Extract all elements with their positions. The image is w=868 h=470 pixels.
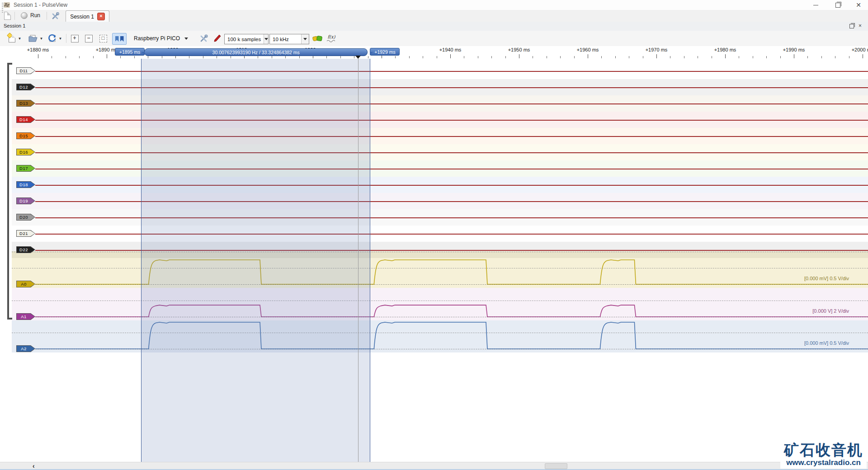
ruler-tick bbox=[547, 56, 547, 58]
cursor-flag-icon bbox=[120, 36, 124, 42]
new-session-icon[interactable] bbox=[4, 12, 11, 20]
trace-view[interactable]: D11D12D13D14D15D16D17D18D19D20D21D22A0[0… bbox=[0, 59, 868, 462]
run-button[interactable]: Run bbox=[18, 11, 43, 20]
sample-count-value: 100 k samples bbox=[225, 37, 264, 42]
channels-button[interactable] bbox=[212, 33, 222, 44]
tab-session-1[interactable]: Session 1 × bbox=[66, 10, 109, 22]
separator bbox=[14, 12, 15, 20]
decoder-icon bbox=[312, 34, 322, 42]
zoom-fit-button[interactable]: □ bbox=[97, 33, 109, 44]
separator bbox=[66, 34, 66, 43]
channel-flag-label: D17 bbox=[17, 165, 35, 171]
ruler-tick-label: +1960 ms bbox=[577, 47, 599, 52]
scrollbar-thumb[interactable] bbox=[545, 463, 567, 469]
zoom-out-icon: − bbox=[85, 35, 93, 42]
hover-marker-icon bbox=[355, 56, 361, 59]
cursor-line-left[interactable] bbox=[141, 59, 142, 462]
add-math-signal-button[interactable]: f(x) bbox=[325, 33, 338, 44]
ruler-tick bbox=[739, 56, 739, 58]
ruler-tick bbox=[93, 56, 94, 58]
dock-close-icon[interactable]: × bbox=[859, 23, 862, 29]
horizontal-scrollbar[interactable] bbox=[0, 462, 868, 470]
ruler-tick bbox=[134, 56, 135, 58]
ruler-tick-label: +1970 ms bbox=[646, 47, 668, 52]
ruler-tick-label: +1990 ms bbox=[783, 47, 805, 52]
new-view-button[interactable] bbox=[6, 33, 17, 44]
ruler-tick bbox=[478, 56, 478, 58]
math-fx-label: f(x) bbox=[327, 34, 335, 39]
channel-flag-label: A1 bbox=[17, 314, 35, 320]
open-folder-icon bbox=[28, 35, 38, 42]
save-button[interactable] bbox=[47, 33, 58, 44]
channel-flag-label: D16 bbox=[17, 149, 35, 155]
ruler-tick bbox=[574, 56, 575, 58]
sample-rate-value: 10 kHz bbox=[270, 37, 301, 42]
new-file-icon bbox=[9, 34, 15, 42]
close-button[interactable]: ✕ bbox=[849, 0, 868, 10]
open-dropdown[interactable]: ▼ bbox=[39, 33, 44, 44]
zoom-out-button[interactable]: − bbox=[83, 33, 94, 44]
ruler-tick bbox=[753, 56, 753, 58]
ruler-tick bbox=[505, 56, 506, 58]
tab-close-button[interactable]: × bbox=[97, 13, 105, 20]
cursor-flag-left[interactable]: +1895 ms bbox=[115, 48, 145, 56]
channel-flag-label: D22 bbox=[17, 247, 35, 253]
ruler-tick bbox=[835, 56, 835, 58]
add-decoder-button[interactable] bbox=[311, 33, 324, 44]
cursor-flag-icon bbox=[115, 36, 119, 42]
cursor-flag-tail bbox=[142, 52, 145, 58]
scroll-left-arrow[interactable]: ‹ bbox=[33, 462, 35, 470]
ruler-tick bbox=[79, 56, 80, 58]
watermark-url: www.crystalradio.cn bbox=[784, 458, 863, 467]
channel-flag-label: D13 bbox=[17, 100, 35, 106]
ruler-tick bbox=[217, 56, 217, 58]
cursor-line-right[interactable] bbox=[370, 59, 370, 462]
ruler-tick bbox=[766, 56, 767, 58]
save-icon bbox=[48, 34, 57, 42]
channel-flag-label: D11 bbox=[17, 68, 35, 74]
cursor-selection-region[interactable] bbox=[141, 59, 370, 462]
ruler-tick bbox=[326, 56, 327, 58]
channel-flag-label: D15 bbox=[17, 133, 35, 139]
ruler-tick bbox=[684, 56, 684, 58]
cursor-flag-right[interactable]: +1929 ms bbox=[370, 48, 400, 56]
cursor-range-bar[interactable]: 30.007623993190 Hz / 33.324864382 ms bbox=[144, 48, 368, 56]
time-ruler[interactable]: +1880 ms+1890 ms+1900 ms+1910 ms+1920 ms… bbox=[0, 46, 868, 59]
analog-scale-label-A2: [0.000 mV] 0.5 V/div bbox=[804, 340, 849, 346]
separator bbox=[47, 12, 47, 20]
ruler-tick bbox=[588, 54, 588, 58]
sample-count-select[interactable]: 100 k samples bbox=[224, 34, 269, 44]
toolbar-drag-handle[interactable] bbox=[2, 3, 3, 13]
open-button[interactable] bbox=[27, 33, 39, 44]
channel-flag-label: D12 bbox=[17, 84, 35, 90]
zoom-in-button[interactable]: + bbox=[69, 33, 80, 44]
restore-button[interactable] bbox=[828, 0, 848, 10]
ruler-tick bbox=[258, 56, 258, 58]
minimize-button[interactable] bbox=[806, 0, 826, 10]
show-cursors-toggle[interactable] bbox=[112, 33, 127, 45]
ruler-tick bbox=[299, 56, 300, 58]
sample-rate-select[interactable]: 10 kHz bbox=[269, 34, 309, 44]
new-view-dropdown[interactable]: ▼ bbox=[17, 33, 22, 44]
ruler-tick bbox=[464, 56, 464, 58]
dock-float-icon[interactable] bbox=[849, 24, 854, 28]
device-selector[interactable]: Raspberry Pi PICO bbox=[132, 33, 190, 44]
ruler-tick bbox=[725, 54, 726, 58]
channel-flag-label: D21 bbox=[17, 230, 35, 236]
ruler-tick bbox=[231, 56, 231, 58]
chevron-down-icon bbox=[264, 34, 268, 44]
run-state-icon bbox=[21, 12, 28, 19]
save-dropdown[interactable]: ▼ bbox=[58, 33, 63, 44]
configure-device-button[interactable] bbox=[198, 33, 210, 44]
ruler-tick bbox=[491, 56, 492, 58]
ruler-tick bbox=[863, 54, 863, 58]
chevron-down-icon bbox=[301, 34, 309, 44]
ruler-tick bbox=[849, 56, 849, 58]
channel-flag-label: A2 bbox=[17, 346, 35, 352]
close-icon: ✕ bbox=[856, 2, 861, 8]
settings-wrench-icon[interactable] bbox=[51, 11, 60, 20]
dock-titlebar: Session 1 × bbox=[0, 22, 868, 31]
ruler-tick bbox=[698, 56, 698, 58]
ruler-tick bbox=[423, 56, 423, 58]
zoom-in-icon: + bbox=[71, 35, 79, 42]
